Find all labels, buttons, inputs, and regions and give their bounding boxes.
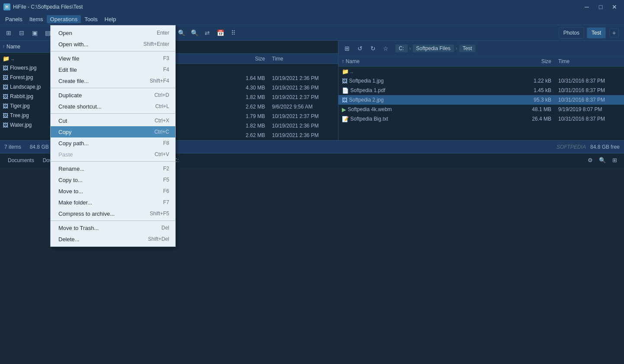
- ctx-copy-path[interactable]: Copy path... F8: [51, 137, 175, 149]
- ctx-cut-label: Cut: [58, 118, 146, 124]
- ctx-move-to-shortcut: F6: [163, 188, 169, 194]
- bottom-settings-btn[interactable]: ⚙: [585, 155, 595, 166]
- list-item[interactable]: 🖼 Rabbit.jpg: [0, 92, 51, 101]
- right-toolbar-forward-btn[interactable]: ↻: [367, 43, 379, 54]
- menu-panels[interactable]: Panels: [2, 15, 26, 23]
- breadcrumb-c[interactable]: C:: [396, 45, 408, 52]
- close-button[interactable]: ✕: [608, 3, 621, 11]
- app-icon: H: [3, 3, 10, 10]
- ctx-edit-file-label: Edit file: [58, 67, 154, 73]
- ctx-create-file[interactable]: Create file... Shift+F4: [51, 75, 175, 86]
- file-size: 1.79 MB: [230, 113, 269, 119]
- ctx-copy-to[interactable]: Copy to... F5: [51, 174, 175, 185]
- file-time: 10/31/2016 8:37 PM: [555, 97, 624, 103]
- menu-tools[interactable]: Tools: [81, 15, 101, 23]
- folder-icon: 📁: [342, 68, 349, 75]
- ctx-delete[interactable]: Delete... Shift+Del: [51, 233, 175, 245]
- table-row[interactable]: 📝Softpedia Big.txt 26.4 MB 10/31/2016 8:…: [338, 114, 624, 124]
- right-panel: ⊞ ↺ ↻ ☆ C: › Softpedia Files › Test ↑ Na…: [338, 41, 624, 140]
- right-tab-photos[interactable]: Photos: [559, 27, 584, 38]
- breadcrumb-softpedia[interactable]: Softpedia Files: [413, 45, 454, 52]
- add-tab-button[interactable]: +: [609, 28, 619, 38]
- folder-icon: 📁: [3, 55, 10, 62]
- bottom-search-btn[interactable]: 🔍: [597, 155, 608, 166]
- toolbar-search2-btn[interactable]: 🔍: [188, 27, 200, 38]
- ctx-rename[interactable]: Rename... F2: [51, 163, 175, 174]
- title-bar: H HiFile - C:\Softpedia Files\Test ─ □ ✕: [0, 0, 624, 14]
- right-free-space: 84.8 GB free: [590, 144, 620, 150]
- minimize-button[interactable]: ─: [581, 3, 593, 11]
- file-name: Water.jpg: [10, 122, 32, 128]
- ctx-view-file[interactable]: View file F3: [51, 53, 175, 64]
- ctx-sep-5: [51, 220, 175, 221]
- ctx-make-folder[interactable]: Make folder... F7: [51, 197, 175, 208]
- image-icon: 🖼: [3, 65, 8, 71]
- right-column-headers: ↑ Name Size Time: [338, 56, 624, 67]
- image-icon: 🖼: [3, 103, 8, 109]
- bottom-grid-btn[interactable]: ⊞: [609, 155, 620, 166]
- list-item[interactable]: 🖼 Forest.jpg: [0, 73, 51, 82]
- ctx-copy-path-label: Copy path...: [58, 140, 154, 147]
- file-size: 1.82 MB: [230, 123, 269, 129]
- file-name: Softpedia 4k.webm: [348, 106, 392, 112]
- ctx-open-with[interactable]: Open with... Shift+Enter: [51, 38, 175, 50]
- context-menu: Open Enter Open with... Shift+Enter View…: [50, 25, 176, 247]
- ctx-open[interactable]: Open Enter: [51, 27, 175, 38]
- nav-link-documents[interactable]: Documents: [4, 156, 38, 165]
- list-item[interactable]: 🖼 Flowers.jpg: [0, 63, 51, 73]
- menu-items[interactable]: Items: [26, 15, 47, 23]
- toolbar-calendar-btn[interactable]: 📅: [214, 27, 226, 38]
- toolbar-panel-btn[interactable]: ▣: [29, 27, 41, 38]
- softpedia-watermark: SOFTPEDIA: [556, 144, 586, 150]
- ctx-paste[interactable]: Paste Ctrl+V: [51, 149, 175, 160]
- image-icon: 🖼: [3, 122, 8, 128]
- ctx-create-shortcut[interactable]: Create shortcut... Ctrl+L: [51, 101, 175, 112]
- list-item[interactable]: 🖼 Tiger.jpg: [0, 101, 51, 111]
- right-panel-toolbar: ⊞ ↺ ↻ ☆ C: › Softpedia Files › Test: [338, 41, 624, 56]
- ctx-copy[interactable]: Copy Ctrl+C: [51, 126, 175, 137]
- ctx-move-to[interactable]: Move to... F6: [51, 185, 175, 197]
- table-row[interactable]: 📁..: [338, 67, 624, 76]
- ctx-compress[interactable]: Compress to archive... Shift+F5: [51, 208, 175, 219]
- title-controls: ─ □ ✕: [581, 3, 621, 11]
- breadcrumb-test[interactable]: Test: [459, 45, 476, 52]
- ctx-move-trash[interactable]: Move to Trash... Del: [51, 222, 175, 233]
- file-name: Softpedia Big.txt: [351, 116, 388, 122]
- toolbar-filter-btn[interactable]: ⊟: [16, 27, 28, 38]
- ctx-duplicate[interactable]: Duplicate Ctrl+D: [51, 89, 175, 101]
- list-item[interactable]: 🖼 Tree.jpg: [0, 111, 51, 120]
- right-toolbar-fav-btn[interactable]: ☆: [380, 43, 392, 54]
- menu-operations[interactable]: Operations: [47, 15, 81, 23]
- toolbar-more-btn[interactable]: ⠿: [227, 27, 239, 38]
- ctx-sep-1: [51, 51, 175, 51]
- toolbar-grid-btn[interactable]: ⊞: [3, 27, 15, 38]
- list-item[interactable]: 🖼 Water.jpg: [0, 120, 51, 130]
- file-name: Forest.jpg: [10, 74, 33, 80]
- title-bar-left: H HiFile - C:\Softpedia Files\Test: [3, 3, 83, 10]
- right-tab-test[interactable]: Test: [587, 27, 606, 38]
- list-item[interactable]: 🖼 Landscape.jp: [0, 82, 51, 92]
- ctx-sep-3: [51, 113, 175, 114]
- table-row[interactable]: ▶Softpedia 4k.webm 48.1 MB 9/19/2019 8:0…: [338, 105, 624, 114]
- toolbar-search-btn[interactable]: 🔍: [175, 27, 187, 38]
- ctx-edit-file[interactable]: Edit file F4: [51, 64, 175, 75]
- list-item[interactable]: 📁 ..: [0, 54, 51, 63]
- table-row[interactable]: 🖼Softpedia 2.jpg 95.3 kB 10/31/2016 8:37…: [338, 95, 624, 105]
- breadcrumb-sep-2: ›: [456, 45, 457, 51]
- toolbar-sync-btn[interactable]: ⇄: [201, 27, 213, 38]
- right-toolbar-back-btn[interactable]: ↺: [354, 43, 366, 54]
- maximize-button[interactable]: □: [595, 3, 607, 11]
- right-col-size-header: Size: [516, 58, 555, 64]
- ctx-create-shortcut-shortcut: Ctrl+L: [155, 103, 169, 109]
- table-row[interactable]: 📄Softpedia 1.pdf 1.45 kB 10/31/2016 8:37…: [338, 86, 624, 95]
- right-toolbar-layers-btn[interactable]: ⊞: [341, 43, 353, 54]
- left-panel-title: Name: [6, 44, 20, 50]
- file-size: 2.62 MB: [230, 132, 269, 138]
- ctx-copy-shortcut: Ctrl+C: [154, 129, 169, 135]
- ctx-cut[interactable]: Cut Ctrl+X: [51, 115, 175, 126]
- table-row[interactable]: 🖼Softpedia 1.jpg 1.22 kB 10/31/2016 8:37…: [338, 76, 624, 86]
- file-name: Landscape.jp: [10, 84, 41, 90]
- menu-help[interactable]: Help: [101, 15, 120, 23]
- ctx-cut-shortcut: Ctrl+X: [154, 118, 169, 124]
- ctx-delete-shortcut: Shift+Del: [148, 236, 169, 242]
